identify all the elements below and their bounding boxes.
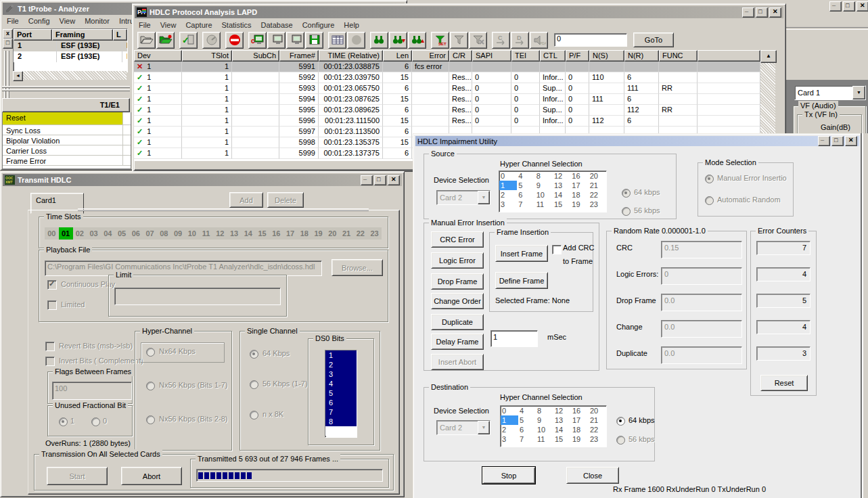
revert-bits-checkbox[interactable]	[45, 342, 55, 351]
time-slot-22[interactable]: 22	[354, 227, 368, 240]
time-slot-17[interactable]: 17	[283, 227, 298, 240]
impairment-titlebar[interactable]: HDLC Impairment Utility	[415, 136, 859, 146]
menu-item-configure[interactable]: Configure	[298, 20, 340, 30]
hyper-channel-16[interactable]: 16	[570, 171, 588, 181]
device-gray-2-icon[interactable]	[286, 32, 304, 49]
hyper-channel-8[interactable]: 8	[536, 406, 553, 415]
ds0-bit-1[interactable]: 1	[325, 350, 357, 360]
hyper-channel-19[interactable]: 19	[571, 434, 589, 444]
ds0-bit-5[interactable]: 5	[325, 388, 357, 398]
rate-input-logic-errors-[interactable]: 0	[661, 267, 742, 285]
exit-capture-icon[interactable]: ✓	[179, 32, 198, 49]
hyper-channel-16[interactable]: 16	[571, 406, 589, 415]
ds0-bit-2[interactable]: 2	[325, 360, 357, 369]
invert-bits-checkbox[interactable]	[45, 357, 55, 366]
filter-set-icon[interactable]: SET	[431, 32, 449, 49]
insert-abort-button[interactable]: Insert Abort	[431, 354, 484, 370]
reset-counters-button[interactable]: Reset	[760, 375, 808, 391]
hyper-channel-18[interactable]: 18	[571, 425, 589, 434]
t1e1-reset-row[interactable]: Reset	[3, 112, 131, 125]
hyper-channel-5[interactable]: 5	[517, 181, 534, 190]
chevron-down-icon[interactable]: ▼	[478, 421, 490, 434]
menu-item-view[interactable]: View	[156, 20, 182, 30]
logic-error-button[interactable]: Logic Error	[431, 252, 484, 269]
col-header-c-r[interactable]: C/R	[449, 50, 472, 62]
delay-frame-button[interactable]: Delay Frame	[431, 334, 484, 350]
col-header-filler[interactable]	[698, 50, 760, 62]
hyper-channel-1[interactable]: 1	[501, 415, 518, 425]
add-card-button[interactable]: Add	[229, 192, 263, 208]
col-header-len[interactable]: Len	[383, 50, 412, 62]
hyper-channel-9[interactable]: 9	[535, 181, 553, 190]
maximize-icon[interactable]	[756, 7, 768, 18]
nx56-28-radio[interactable]	[146, 415, 155, 424]
ports-col-framing[interactable]: Framing	[52, 29, 113, 41]
flags-input[interactable]: 100	[52, 382, 132, 400]
close-icon[interactable]	[845, 136, 857, 146]
time-slot-15[interactable]: 15	[255, 227, 269, 240]
minimize-icon[interactable]	[829, 1, 842, 12]
save-capture-icon[interactable]	[156, 32, 175, 49]
hyper-channel-17[interactable]: 17	[571, 415, 589, 425]
t1e1-header[interactable]: T1/E1	[2, 98, 130, 112]
ports-col-port[interactable]: Port	[14, 29, 52, 41]
64kbps-radio[interactable]	[250, 350, 258, 359]
nx64-radio[interactable]	[146, 348, 155, 357]
hyper-channel-22[interactable]: 22	[589, 190, 606, 200]
chevron-down-icon[interactable]: ▼	[852, 86, 865, 99]
playback-path-input[interactable]: C:\Program Files\GI Communications Inc\t…	[45, 261, 322, 276]
table-row-frame-5992[interactable]: ✓11599200:01:23.03975015Res...00Infor...…	[134, 72, 760, 83]
col-header-time-relative-[interactable]: TIME (Relative)	[319, 50, 383, 62]
hyper-channel-17[interactable]: 17	[570, 181, 588, 190]
maximize-icon[interactable]	[843, 1, 855, 12]
crc-error-button[interactable]: CRC Error	[431, 231, 484, 248]
maximize-icon[interactable]	[374, 175, 386, 185]
hyper-channel-2[interactable]: 2	[499, 190, 517, 200]
t1e1-row-carrier-loss[interactable]: Carrier Loss	[3, 145, 131, 156]
close-icon[interactable]	[769, 7, 781, 18]
time-slot-14[interactable]: 14	[242, 227, 256, 240]
start-button[interactable]: Start	[47, 467, 108, 485]
save-disk-icon[interactable]	[305, 32, 323, 49]
menu-item-view[interactable]: View	[55, 16, 81, 26]
table-row-frame-5993[interactable]: ✓11599300:01:23.0657506Res...00Sup...011…	[134, 83, 760, 94]
hyper-channel-23[interactable]: 23	[589, 200, 606, 209]
menu-item-capture[interactable]: Capture	[181, 20, 217, 30]
dock-restore-icon[interactable]: □	[3, 39, 13, 49]
time-slot-00[interactable]: 00	[45, 227, 59, 240]
manual-error-radio[interactable]	[705, 175, 714, 183]
hyper-channel-21[interactable]: 21	[589, 415, 606, 425]
insert-frame-button[interactable]: Insert Frame	[495, 245, 548, 262]
hyper-channel-3[interactable]: 3	[501, 434, 518, 444]
ds0-bit-6[interactable]: 6	[325, 398, 357, 407]
change-order-button[interactable]: Change Order	[431, 293, 484, 309]
goto-button[interactable]: GoTo	[633, 32, 674, 47]
time-slot-05[interactable]: 05	[115, 227, 129, 240]
ds0-bit-4[interactable]: 4	[325, 379, 357, 388]
hyper-channel-18[interactable]: 18	[570, 190, 588, 200]
minimize-icon[interactable]	[818, 136, 830, 146]
menu-item-statistics[interactable]: Statistics	[218, 20, 257, 30]
goto-input[interactable]: 0	[554, 33, 627, 47]
hyper-channel-9[interactable]: 9	[536, 415, 553, 425]
time-slot-13[interactable]: 13	[227, 227, 242, 240]
hyper-channel-11[interactable]: 11	[535, 200, 553, 209]
col-header-ctl[interactable]: CTL	[540, 50, 566, 62]
hyper-channel-12[interactable]: 12	[553, 406, 571, 415]
menu-item-file[interactable]: File	[3, 16, 24, 26]
hyper-channel-13[interactable]: 13	[553, 415, 571, 425]
panel-grip[interactable]	[2, 86, 130, 88]
audio-pda-icon[interactable]: PDA	[530, 32, 548, 49]
source-card-select[interactable]: Card 2 ▼	[436, 190, 490, 205]
close-icon[interactable]	[388, 175, 400, 185]
search-binoculars-icon[interactable]	[370, 32, 388, 49]
hyper-channel-4[interactable]: 4	[518, 406, 536, 415]
browse-button[interactable]: Browse...	[332, 259, 383, 276]
time-slot-12[interactable]: 12	[213, 227, 227, 240]
hyper-channel-4[interactable]: 4	[517, 171, 534, 181]
abort-button[interactable]: Abort	[121, 467, 182, 485]
capture-device-icon[interactable]: c	[248, 32, 267, 49]
view-table-icon[interactable]	[328, 32, 346, 49]
time-slot-20[interactable]: 20	[325, 227, 340, 240]
t1e1-row-frame-error[interactable]: Frame Error	[3, 156, 131, 166]
